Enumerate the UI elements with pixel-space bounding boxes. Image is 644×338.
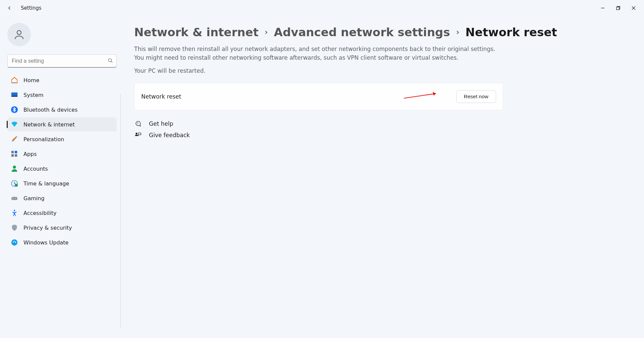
reset-now-button[interactable]: Reset now	[456, 90, 496, 103]
svg-point-26	[136, 132, 137, 134]
chevron-right-icon: ›	[456, 27, 460, 37]
svg-rect-9	[11, 96, 17, 97]
clock-globe-icon	[11, 180, 18, 187]
sidebar-item-accessibility[interactable]: Accessibility	[7, 206, 117, 220]
sidebar-item-label: Privacy & security	[23, 225, 72, 231]
svg-rect-1	[616, 7, 619, 10]
sidebar-item-home[interactable]: Home	[7, 73, 117, 87]
back-arrow-icon	[6, 5, 12, 11]
sidebar-item-label: Network & internet	[23, 121, 75, 128]
breadcrumb-current: Network reset	[466, 25, 557, 39]
svg-rect-12	[15, 151, 17, 153]
give-feedback-link[interactable]: Give feedback	[134, 132, 631, 138]
sidebar-item-label: Apps	[23, 151, 37, 157]
description-text: This will remove then reinstall all your…	[134, 45, 496, 62]
sidebar-item-label: Personalization	[23, 136, 64, 143]
sidebar-item-label: Gaming	[23, 195, 45, 202]
maximize-button[interactable]	[610, 3, 626, 13]
sidebar-item-system[interactable]: System	[7, 88, 117, 102]
restart-note-text: Your PC will be restarted.	[134, 67, 496, 75]
system-icon	[11, 91, 18, 99]
sidebar-item-accounts[interactable]: Accounts	[7, 162, 117, 176]
sidebar-item-label: System	[23, 92, 44, 98]
title-bar: Settings	[0, 0, 644, 16]
user-icon	[13, 29, 25, 41]
sidebar-item-windows-update[interactable]: Windows Update	[7, 235, 117, 249]
sidebar-item-personalization[interactable]: Personalization	[7, 132, 117, 146]
help-icon: ?	[134, 120, 142, 127]
avatar[interactable]	[7, 23, 31, 46]
sidebar-item-privacy[interactable]: Privacy & security	[7, 221, 117, 235]
sidebar-item-bluetooth[interactable]: Bluetooth & devices	[7, 103, 117, 117]
get-help-label: Get help	[149, 120, 173, 127]
search-input[interactable]	[7, 54, 117, 68]
svg-point-5	[108, 59, 111, 62]
search-icon	[107, 58, 113, 65]
svg-rect-18	[11, 197, 17, 200]
update-icon	[11, 239, 18, 246]
sidebar-item-label: Bluetooth & devices	[23, 107, 77, 113]
chevron-right-icon: ›	[265, 27, 268, 37]
svg-point-4	[17, 31, 21, 35]
svg-rect-13	[11, 154, 14, 157]
shield-icon	[11, 224, 18, 231]
person-icon	[11, 165, 18, 172]
svg-rect-14	[15, 154, 17, 157]
close-button[interactable]	[626, 3, 641, 13]
sidebar-item-label: Windows Update	[23, 239, 68, 246]
back-button[interactable]	[3, 1, 16, 15]
sidebar-item-time-language[interactable]: Time & language	[7, 176, 117, 190]
home-icon	[11, 76, 18, 84]
feedback-icon	[134, 132, 142, 138]
minimize-button[interactable]	[595, 3, 610, 13]
svg-point-19	[13, 198, 13, 199]
sidebar-item-label: Accounts	[23, 166, 48, 172]
svg-rect-7	[12, 82, 17, 83]
maximize-icon	[616, 6, 620, 10]
apps-icon	[11, 150, 18, 158]
gamepad-icon	[11, 194, 18, 202]
svg-point-22	[11, 239, 17, 245]
svg-point-15	[13, 166, 16, 169]
breadcrumb-link-advanced[interactable]: Advanced network settings	[274, 25, 450, 39]
network-reset-card: Network reset Reset now	[134, 83, 503, 110]
window-title: Settings	[21, 5, 42, 11]
sidebar-item-apps[interactable]: Apps	[7, 147, 117, 161]
breadcrumb-link-network[interactable]: Network & internet	[134, 25, 259, 39]
svg-point-20	[15, 198, 16, 199]
accessibility-icon	[11, 209, 18, 217]
svg-point-17	[15, 184, 18, 187]
sidebar-item-gaming[interactable]: Gaming	[7, 191, 117, 205]
svg-rect-27	[138, 133, 141, 135]
sidebar: Home System Bluetooth & devices Network …	[0, 16, 121, 338]
paintbrush-icon	[11, 135, 18, 143]
sidebar-item-network[interactable]: Network & internet	[7, 117, 117, 131]
svg-text:?: ?	[137, 122, 139, 125]
svg-rect-11	[11, 151, 14, 153]
get-help-link[interactable]: ? Get help	[134, 120, 631, 127]
svg-line-6	[111, 61, 112, 63]
sidebar-divider	[120, 94, 121, 328]
sidebar-item-label: Time & language	[23, 180, 69, 187]
main-content: Network & internet › Advanced network se…	[121, 16, 644, 338]
wifi-icon	[11, 121, 18, 128]
breadcrumb: Network & internet › Advanced network se…	[134, 25, 631, 39]
give-feedback-label: Give feedback	[149, 132, 190, 138]
minimize-icon	[601, 6, 605, 10]
bluetooth-icon	[11, 106, 18, 113]
close-icon	[632, 6, 636, 10]
sidebar-item-label: Home	[23, 77, 39, 83]
nav-list: Home System Bluetooth & devices Network …	[7, 73, 117, 249]
sidebar-item-label: Accessibility	[23, 210, 56, 216]
search-box[interactable]	[7, 54, 117, 68]
card-label: Network reset	[141, 93, 181, 100]
svg-point-21	[14, 210, 15, 211]
